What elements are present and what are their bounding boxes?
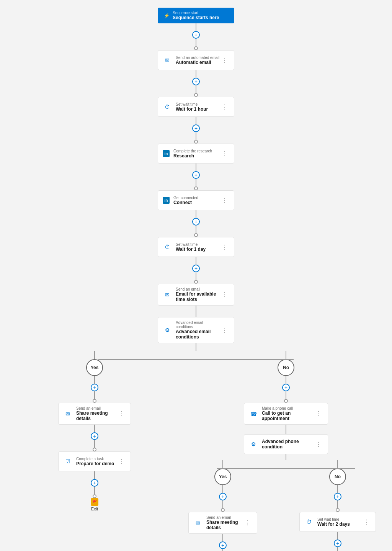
branch-line-h (98, 359, 294, 360)
start-node: ⚡ Sequence start Sequence starts here (158, 8, 234, 23)
node-content: Set wait time Wait for 2 days (317, 517, 362, 527)
start-label: Sequence start (173, 11, 219, 15)
add-step-btn-yes3[interactable]: + (91, 479, 98, 487)
add-step-btn-yes2-2[interactable]: + (219, 541, 227, 549)
node-content: Send an email Share meeting details (206, 515, 243, 530)
node-title: Email for available time slots (176, 291, 220, 302)
connector: + (219, 485, 227, 512)
start-title: Sequence starts here (173, 15, 219, 20)
node-label: Set wait time (176, 242, 220, 247)
exit-label: Exit (91, 507, 98, 511)
line (196, 164, 196, 171)
node-label: Set wait time (176, 102, 220, 106)
node-wait-1day: ⏱ Set wait time Wait for 1 day ⋮ (158, 237, 234, 257)
node-wait-2days: ⏱ Set wait time Wait for 2 days ⋮ (299, 512, 376, 532)
line (196, 226, 196, 233)
connector: + (91, 376, 98, 403)
more-options-btn[interactable]: ⋮ (220, 327, 229, 334)
email-icon: ✉ (163, 56, 172, 65)
circle (336, 508, 340, 512)
node-label: Advanced email conditions (176, 320, 220, 329)
add-step-btn-5[interactable]: + (192, 218, 200, 226)
line (337, 547, 338, 551)
line (196, 210, 196, 218)
line (286, 391, 286, 399)
node-content: Complete the research Research (173, 149, 220, 159)
top-section: ⚡ Sequence start Sequence starts here + … (0, 0, 392, 551)
clock-icon-no2: ⏱ (304, 517, 314, 526)
circle (194, 93, 198, 97)
line (286, 425, 286, 434)
connector: + (282, 376, 290, 403)
add-step-btn-4[interactable]: + (192, 171, 200, 179)
line (222, 500, 223, 508)
more-options-btn[interactable]: ⋮ (220, 291, 229, 298)
circle (93, 399, 96, 403)
exit-node-yes1: 🚩 Exit (91, 498, 98, 511)
more-options-btn[interactable]: ⋮ (243, 519, 252, 526)
line (286, 376, 286, 384)
line (94, 351, 95, 359)
yes2-col: Yes + ✉ Send an email Share meeting deta… (186, 460, 259, 551)
line (94, 425, 95, 432)
add-step-btn-yes1[interactable]: + (91, 384, 98, 391)
more-options-btn[interactable]: ⋮ (220, 244, 229, 251)
line-to-branches (196, 343, 196, 351)
line (196, 179, 196, 186)
connector-3: + (192, 117, 200, 144)
add-step-btn-no2-2[interactable]: + (334, 540, 341, 547)
more-options-btn[interactable]: ⋮ (117, 410, 126, 417)
no2-bubble: No (329, 468, 346, 485)
more-options-btn[interactable]: ⋮ (220, 150, 229, 157)
node-label: Set wait time (317, 517, 362, 522)
more-options-btn[interactable]: ⋮ (314, 441, 323, 448)
more-options-btn[interactable]: ⋮ (220, 197, 229, 204)
node-prepare-demo-yes1: ☑ Complete a task Prepare for demo ⋮ (58, 451, 131, 471)
line (196, 85, 196, 93)
node-title: Advanced phone condition (262, 439, 314, 450)
connector: + (334, 532, 341, 551)
more-options-btn[interactable]: ⋮ (220, 57, 229, 64)
yes2-bubble: Yes (214, 468, 231, 485)
line (94, 487, 95, 494)
flow-canvas: ⚡ Sequence start Sequence starts here + … (0, 0, 392, 551)
connector-4: + (192, 164, 200, 190)
line (196, 257, 196, 265)
node-title: Wait for 1 day (176, 247, 220, 252)
add-step-btn-yes2-1[interactable]: + (219, 493, 227, 500)
line (286, 351, 286, 359)
more-options-btn[interactable]: ⋮ (220, 103, 229, 111)
node-content: Send an automated email Automatic email (176, 56, 220, 65)
add-step-btn-3[interactable]: + (192, 124, 200, 132)
connector: + (334, 485, 341, 512)
connector: + (219, 534, 227, 551)
node-content: Advanced email conditions Advanced email… (176, 320, 220, 340)
circle (194, 186, 198, 190)
node-label: Send an email (176, 287, 220, 291)
node-content: Set wait time Wait for 1 day (176, 242, 220, 252)
add-step-btn-no2-1[interactable]: + (334, 493, 341, 500)
add-step-btn-2[interactable]: + (192, 78, 200, 85)
node-wait-1hour: ⏱ Set wait time Wait for 1 hour ⋮ (158, 97, 234, 117)
yes-branch-col: Yes + ✉ Send an email Share meeting deta… (52, 351, 137, 511)
line (196, 70, 196, 78)
more-options-btn[interactable]: ⋮ (314, 410, 323, 417)
clock-icon-2: ⏱ (163, 242, 172, 252)
add-step-btn-1[interactable]: + (192, 31, 200, 39)
advanced-phone-icon: ⚙ (249, 440, 258, 449)
circle (221, 508, 225, 512)
more-options-btn[interactable]: ⋮ (362, 518, 371, 526)
add-step-btn-6[interactable]: + (192, 265, 200, 272)
circle (194, 280, 198, 284)
add-step-btn-no1[interactable]: + (282, 384, 290, 391)
node-title: Automatic email (176, 60, 220, 65)
node-title: Wait for 1 hour (176, 106, 220, 112)
line (222, 485, 223, 493)
line (196, 39, 196, 46)
line (286, 454, 286, 460)
add-step-btn-yes2[interactable]: + (91, 432, 98, 440)
node-email-timeslots: ✉ Send an email Email for available time… (158, 284, 234, 306)
node-automatic-email: ✉ Send an automated email Automatic emai… (158, 50, 234, 70)
circle (194, 233, 198, 237)
more-options-btn[interactable]: ⋮ (117, 458, 126, 465)
